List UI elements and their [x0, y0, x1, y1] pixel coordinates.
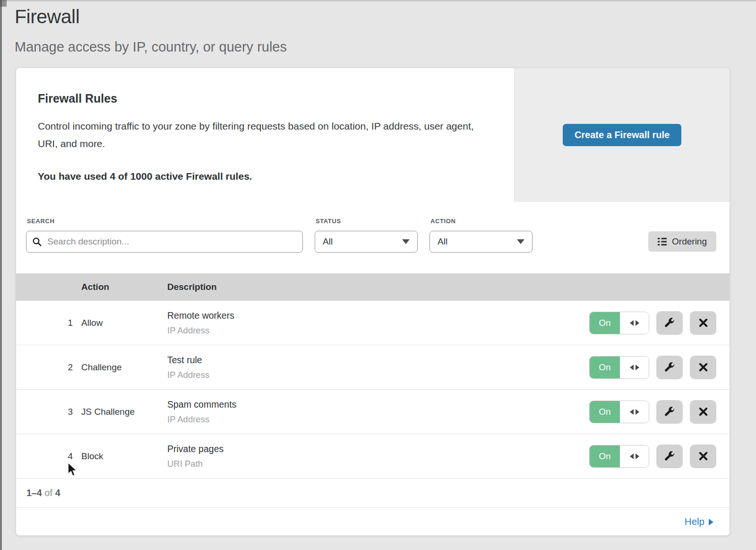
close-icon: [698, 362, 709, 373]
edit-rule-button[interactable]: [656, 400, 683, 424]
arrow-left-icon: [630, 454, 634, 459]
rules-summary-text: Firewall Rules Control incoming traffic …: [16, 68, 514, 202]
toggle-handle: [620, 357, 649, 378]
status-select[interactable]: All: [315, 231, 418, 253]
filters-bar: SEARCH STATUS All ACTION All: [16, 202, 730, 273]
rule-description-title: Remote workers: [167, 310, 589, 321]
toggle-handle: [620, 445, 649, 467]
arrow-left-icon: [630, 320, 634, 326]
toggle-handle: [620, 401, 649, 423]
toggle-on-label: On: [590, 357, 620, 378]
header-action-column: Action: [73, 282, 167, 292]
rule-priority-number: 4: [16, 451, 73, 462]
arrow-right-icon: [636, 409, 639, 415]
rule-description-title: Test rule: [167, 355, 589, 366]
rule-controls: On: [589, 356, 730, 379]
page-header: Firewall Manage access by IP, country, o…: [0, 0, 756, 55]
ordered-list-icon: [658, 237, 667, 246]
wrench-icon: [664, 318, 675, 328]
edit-rule-button[interactable]: [656, 311, 683, 335]
rule-description-cell: Test rule IP Address: [167, 355, 589, 380]
table-header: Action Description: [16, 273, 730, 301]
rule-action-value: Challenge: [73, 362, 167, 373]
rule-enabled-toggle[interactable]: On: [589, 356, 649, 379]
rule-controls: On: [589, 400, 730, 424]
rule-description-cell: Spam comments IP Address: [167, 399, 589, 425]
rules-heading: Firewall Rules: [38, 92, 495, 105]
search-input[interactable]: [46, 236, 297, 247]
action-select-value: All: [438, 236, 447, 247]
create-firewall-rule-button[interactable]: Create a Firewall rule: [563, 124, 681, 146]
wrench-icon: [664, 362, 675, 373]
rule-description-title: Spam comments: [167, 399, 589, 410]
rule-description-title: Private pages: [167, 444, 589, 454]
table-row: 1 Allow Remote workers IP Address On: [16, 301, 730, 345]
rule-action-value: Allow: [73, 318, 167, 328]
table-row: 2 Challenge Test rule IP Address On: [16, 345, 730, 390]
arrow-right-icon: [709, 519, 713, 525]
pagination: 1–4 of 4: [16, 479, 730, 508]
rule-controls: On: [589, 445, 730, 468]
ordering-button[interactable]: Ordering: [648, 231, 716, 252]
rule-action-value: JS Challenge: [73, 407, 167, 417]
rule-controls: On: [589, 311, 730, 335]
delete-rule-button[interactable]: [690, 311, 716, 335]
arrow-left-icon: [630, 409, 634, 415]
rule-priority-number: 2: [16, 362, 73, 373]
search-icon: [32, 237, 42, 247]
close-icon: [698, 451, 709, 462]
wrench-icon: [664, 451, 675, 462]
rule-match-type: URI Path: [167, 459, 589, 469]
rule-description-cell: Private pages URI Path: [167, 444, 589, 469]
action-select[interactable]: All: [430, 231, 533, 253]
ordering-button-label: Ordering: [672, 236, 707, 247]
table-row: 3 JS Challenge Spam comments IP Address …: [16, 390, 730, 434]
delete-rule-button[interactable]: [690, 400, 716, 424]
rules-usage-count: You have used 4 of 1000 active Firewall …: [38, 171, 495, 182]
close-icon: [698, 317, 709, 328]
rule-action-value: Block: [73, 451, 167, 462]
edit-rule-button[interactable]: [656, 356, 683, 379]
rule-enabled-toggle[interactable]: On: [589, 445, 649, 468]
chevron-down-icon: [402, 239, 410, 244]
arrow-right-icon: [636, 454, 639, 459]
rule-match-type: IP Address: [167, 325, 589, 336]
rules-description: Control incoming traffic to your zone by…: [38, 118, 491, 153]
chevron-down-icon: [517, 239, 524, 244]
help-link-label: Help: [685, 516, 704, 527]
delete-rule-button[interactable]: [690, 356, 716, 379]
help-link[interactable]: Help: [685, 516, 713, 527]
rule-description-cell: Remote workers IP Address: [167, 310, 589, 336]
rule-match-type: IP Address: [167, 370, 589, 380]
rule-priority-number: 3: [16, 407, 73, 417]
action-label: ACTION: [430, 218, 533, 225]
arrow-left-icon: [630, 365, 634, 370]
firewall-rules-card: Firewall Rules Control incoming traffic …: [16, 68, 730, 536]
toggle-handle: [620, 312, 649, 334]
pagination-total: 4: [55, 488, 60, 498]
delete-rule-button[interactable]: [690, 445, 716, 468]
action-filter-group: ACTION All: [430, 218, 533, 253]
pagination-range: 1–4: [26, 488, 42, 498]
status-label: STATUS: [316, 218, 418, 225]
rule-enabled-toggle[interactable]: On: [589, 312, 649, 334]
rule-match-type: IP Address: [167, 414, 589, 425]
wrench-icon: [664, 407, 675, 417]
toggle-on-label: On: [590, 401, 620, 423]
window-top-edge: [0, 0, 756, 1]
rules-summary-section: Firewall Rules Control incoming traffic …: [16, 68, 730, 202]
edit-rule-button[interactable]: [656, 445, 683, 468]
arrow-right-icon: [636, 320, 639, 326]
search-box[interactable]: [26, 231, 303, 253]
table-row: 4 Block Private pages URI Path On: [16, 434, 730, 479]
window-corner: [0, 0, 7, 7]
pagination-of: of: [45, 488, 52, 498]
toggle-on-label: On: [590, 445, 620, 467]
rule-enabled-toggle[interactable]: On: [589, 401, 649, 423]
page-title: Firewall: [15, 6, 756, 28]
rules-list: 1 Allow Remote workers IP Address On: [16, 301, 730, 479]
arrow-right-icon: [636, 365, 639, 370]
close-icon: [698, 406, 709, 417]
status-select-value: All: [323, 236, 333, 247]
rule-priority-number: 1: [16, 318, 73, 328]
